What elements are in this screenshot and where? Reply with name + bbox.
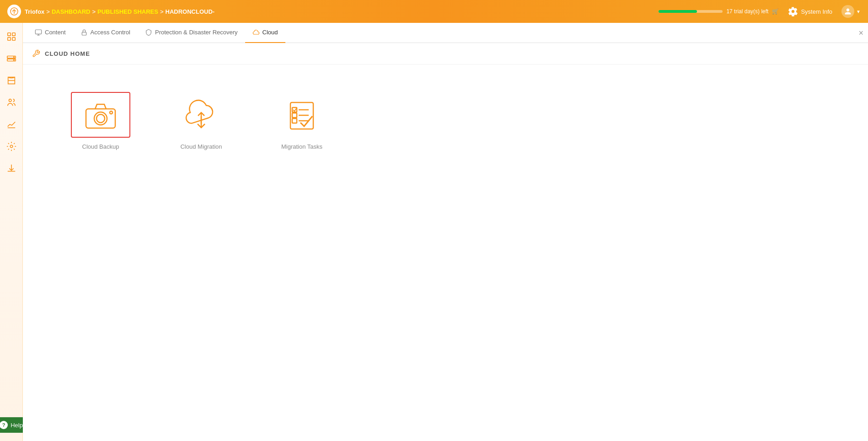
sidebar-item-dashboard[interactable] <box>2 27 21 46</box>
page-header-title: CLOUD HOME <box>45 50 90 57</box>
svg-rect-27 <box>292 113 297 118</box>
svg-point-9 <box>9 99 11 102</box>
lock-icon <box>80 29 88 36</box>
wrench-icon <box>32 49 40 58</box>
trial-progress-bar <box>659 10 723 13</box>
tab-cloud-label: Cloud <box>263 29 278 36</box>
content-area: Content Access Control Protection & Disa… <box>23 23 868 441</box>
chevron-down-icon: ▼ <box>856 9 861 14</box>
brand-name: Triofox <box>25 8 44 15</box>
user-avatar-button[interactable]: ▼ <box>841 5 861 18</box>
migration-tasks-label: Migration Tasks <box>281 143 322 150</box>
migration-tasks-icon-wrap <box>272 92 332 138</box>
cloud-migration-icon <box>183 99 220 131</box>
svg-rect-12 <box>35 30 41 34</box>
svg-rect-2 <box>12 33 15 36</box>
cloud-icon <box>252 29 260 36</box>
sep2: > <box>92 8 96 15</box>
cloud-backup-label: Cloud Backup <box>82 143 119 150</box>
logo-circle <box>7 5 21 18</box>
tab-content[interactable]: Content <box>27 23 73 43</box>
shield-icon <box>145 29 152 36</box>
help-icon: ? <box>0 421 8 429</box>
tabs-bar: Content Access Control Protection & Disa… <box>23 23 868 43</box>
sidebar-item-users[interactable] <box>2 93 21 112</box>
logo: Triofox > DASHBOARD > PUBLISHED SHARES >… <box>7 5 214 18</box>
sidebar-item-download[interactable] <box>2 159 21 177</box>
trial-info: 17 trial day(s) left 🛒 <box>659 8 779 15</box>
system-info-label: System Info <box>801 8 832 15</box>
sidebar-item-storage[interactable] <box>2 49 21 68</box>
avatar <box>841 5 854 18</box>
cloud-backup-icon-wrap <box>71 92 130 138</box>
cards-area: Cloud Backup Cloud Migrati <box>23 65 868 177</box>
svg-rect-1 <box>7 33 10 36</box>
tab-access-control-label: Access Control <box>91 29 130 36</box>
page-header: CLOUD HOME <box>23 43 868 65</box>
sidebar-item-book[interactable] <box>2 71 21 90</box>
sidebar-item-chart[interactable] <box>2 115 21 134</box>
tab-access-control[interactable]: Access Control <box>73 23 138 43</box>
help-label: Help <box>11 422 23 429</box>
gear-icon <box>788 6 798 16</box>
main-layout: ? Help Content Access Cont <box>0 23 868 441</box>
header-right: 17 trial day(s) left 🛒 System Info ▼ <box>659 0 861 23</box>
tab-content-label: Content <box>45 29 66 36</box>
cloud-migration-label: Cloud Migration <box>180 143 222 150</box>
svg-rect-15 <box>82 32 86 35</box>
svg-rect-4 <box>12 38 15 40</box>
svg-point-8 <box>13 59 14 60</box>
card-cloud-backup[interactable]: Cloud Backup <box>69 92 133 150</box>
svg-point-11 <box>10 145 13 148</box>
breadcrumb-dashboard[interactable]: DASHBOARD <box>52 8 91 15</box>
breadcrumb: Triofox > DASHBOARD > PUBLISHED SHARES >… <box>25 8 214 15</box>
breadcrumb-hadroncloud: HADRONCLOUD- <box>166 8 215 15</box>
card-cloud-migration[interactable]: Cloud Migration <box>169 92 233 150</box>
breadcrumb-published-shares[interactable]: PUBLISHED SHARES <box>97 8 158 15</box>
trial-text: 17 trial day(s) left <box>726 8 768 15</box>
system-info-button[interactable]: System Info <box>788 6 832 16</box>
sep3: > <box>160 8 164 15</box>
tab-protection-label: Protection & Disaster Recovery <box>155 29 238 36</box>
trial-progress-fill <box>659 10 697 13</box>
sidebar-item-settings[interactable] <box>2 137 21 156</box>
svg-rect-3 <box>7 38 10 40</box>
svg-point-19 <box>110 111 113 114</box>
close-button[interactable]: × <box>858 28 863 38</box>
cart-icon[interactable]: 🛒 <box>772 8 779 15</box>
tab-protection[interactable]: Protection & Disaster Recovery <box>138 23 245 43</box>
cloud-migration-icon-wrap <box>171 92 231 138</box>
header: Triofox > DASHBOARD > PUBLISHED SHARES >… <box>0 0 868 23</box>
sep1: > <box>46 8 50 15</box>
sidebar: ? Help <box>0 23 23 441</box>
card-migration-tasks[interactable]: Migration Tasks <box>270 92 334 150</box>
svg-point-18 <box>96 114 105 123</box>
checklist-icon <box>286 99 318 131</box>
svg-point-7 <box>13 57 14 58</box>
monitor-icon <box>35 29 42 36</box>
camera-icon <box>82 99 119 131</box>
tab-cloud[interactable]: Cloud <box>245 23 285 43</box>
svg-rect-28 <box>292 118 297 123</box>
